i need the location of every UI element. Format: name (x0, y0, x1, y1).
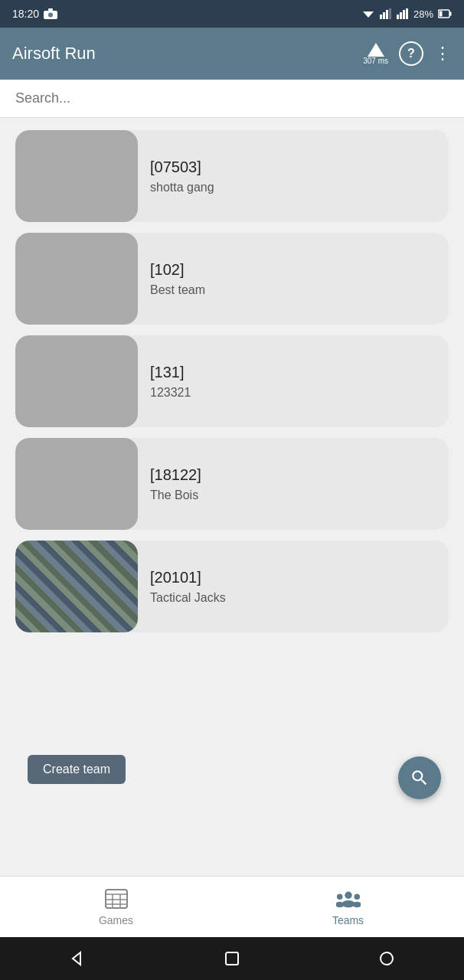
team-id: [20101] (150, 569, 226, 586)
status-bar: 18:20 28% (0, 0, 464, 28)
team-card[interactable]: [20101]Tactical Jacks (15, 541, 449, 632)
team-image (15, 335, 138, 427)
team-info: [20101]Tactical Jacks (138, 541, 238, 632)
team-id: [18122] (150, 466, 201, 484)
app-bar-actions: 307 ms ? ⋮ (363, 41, 452, 66)
battery-level: 28% (413, 8, 433, 20)
team-card[interactable]: [102]Best team (15, 233, 449, 325)
svg-rect-11 (406, 8, 408, 19)
help-button[interactable]: ? (399, 41, 423, 66)
signal-triangle-icon (368, 43, 384, 57)
system-nav (0, 937, 464, 980)
team-info: [07503]shotta gang (138, 130, 227, 222)
signal-ms: 307 ms (363, 57, 388, 65)
team-name: Best team (150, 283, 205, 297)
create-team-button[interactable]: Create team (28, 755, 126, 784)
svg-rect-13 (439, 11, 443, 17)
svg-marker-15 (368, 43, 384, 57)
back-button[interactable] (67, 948, 88, 969)
svg-rect-2 (48, 8, 53, 11)
search-icon (410, 768, 430, 788)
svg-rect-29 (226, 952, 238, 965)
team-id: [102] (150, 261, 205, 279)
svg-rect-14 (449, 12, 452, 16)
nav-teams-label: Teams (332, 914, 364, 926)
svg-point-26 (354, 893, 360, 900)
team-name: The Bois (150, 488, 201, 502)
games-icon (104, 888, 129, 910)
nav-games-label: Games (99, 914, 133, 926)
status-time: 18:20 (12, 8, 39, 20)
recents-button[interactable] (376, 948, 397, 969)
team-id: [07503] (150, 158, 214, 176)
team-info: [18122]The Bois (138, 438, 214, 530)
team-image (15, 438, 138, 530)
photo-icon (44, 8, 57, 19)
svg-point-30 (381, 952, 393, 965)
team-image (15, 541, 138, 632)
team-card[interactable]: [07503]shotta gang (15, 130, 449, 222)
signal2-icon (397, 8, 409, 19)
team-image (15, 233, 138, 325)
signal-indicator: 307 ms (363, 43, 388, 65)
more-options-button[interactable]: ⋮ (434, 44, 452, 64)
svg-rect-5 (383, 12, 385, 19)
teams-icon (336, 888, 361, 910)
signal-icon (380, 8, 392, 19)
svg-rect-8 (397, 15, 399, 19)
wifi-icon (361, 8, 375, 19)
team-list: [07503]shotta gang[102]Best team[131]123… (0, 118, 464, 876)
nav-games[interactable]: Games (0, 877, 232, 937)
battery-icon (438, 9, 452, 18)
team-name: Tactical Jacks (150, 591, 226, 605)
svg-marker-3 (363, 11, 374, 18)
app-bar: Airsoft Run 307 ms ? ⋮ (0, 28, 464, 80)
svg-rect-9 (400, 12, 402, 19)
svg-rect-4 (380, 15, 382, 19)
team-info: [131]123321 (138, 335, 203, 427)
svg-rect-10 (403, 10, 405, 19)
search-bar (0, 80, 464, 118)
team-name: shotta gang (150, 181, 214, 194)
team-card[interactable]: [18122]The Bois (15, 438, 449, 530)
home-button[interactable] (221, 948, 243, 969)
team-id: [131] (150, 364, 191, 381)
nav-teams[interactable]: Teams (232, 877, 464, 937)
search-fab[interactable] (398, 756, 441, 799)
svg-point-24 (336, 893, 342, 900)
team-image (15, 130, 138, 222)
svg-rect-6 (386, 10, 388, 19)
svg-rect-16 (106, 890, 127, 908)
svg-point-22 (345, 891, 351, 898)
team-info: [102]Best team (138, 233, 217, 325)
team-name: 123321 (150, 386, 191, 400)
team-card[interactable]: [131]123321 (15, 335, 449, 427)
search-input[interactable] (15, 90, 449, 106)
svg-rect-7 (389, 8, 391, 19)
svg-point-1 (48, 13, 53, 18)
bottom-nav: Games Teams (0, 876, 464, 937)
svg-marker-28 (73, 952, 80, 965)
app-title: Airsoft Run (12, 44, 363, 64)
